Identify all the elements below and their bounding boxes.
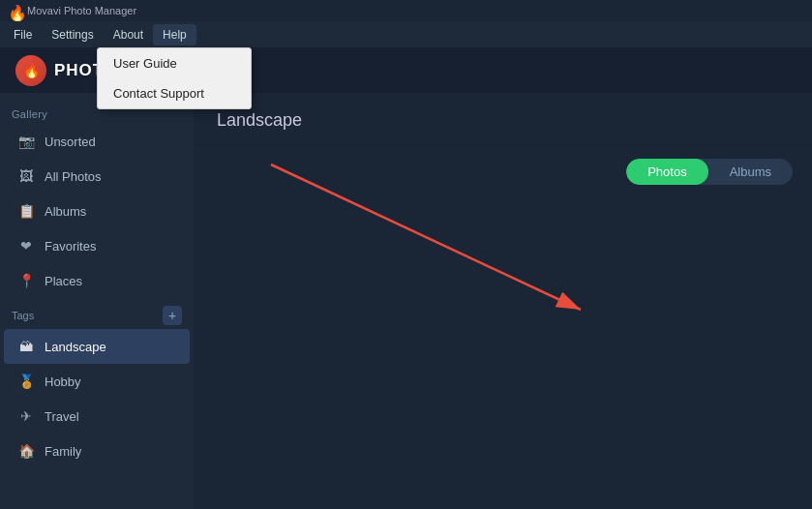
sidebar-item-label-travel: Travel (45, 409, 79, 424)
content-title: Landscape (194, 93, 812, 145)
help-dropdown: User Guide Contact Support (97, 47, 252, 109)
menu-bar: File Settings About Help User Guide Cont… (0, 21, 812, 48)
sidebar-item-hobby[interactable]: 🏅 Hobby (4, 364, 190, 399)
tags-header: Tags + (0, 298, 194, 329)
sidebar-item-label-family: Family (45, 444, 81, 459)
sidebar-item-label-albums: Albums (45, 204, 86, 219)
albums-icon: 📋 (17, 202, 35, 220)
content-body: Photos Albums (194, 145, 812, 509)
sidebar-item-places[interactable]: 📍 Places (4, 263, 190, 298)
tags-label: Tags (12, 310, 34, 321)
sidebar-item-label-hobby: Hobby (45, 374, 81, 389)
sidebar-item-unsorted[interactable]: 📷 Unsorted (4, 124, 190, 159)
toggle-group: Photos Albums (626, 159, 793, 185)
menu-help[interactable]: Help (153, 24, 196, 45)
favorites-icon: ❤ (17, 237, 35, 254)
sidebar-item-label-landscape: Landscape (45, 340, 106, 354)
sidebar-item-travel[interactable]: ✈ Travel (4, 399, 190, 434)
places-icon: 📍 (17, 272, 35, 289)
sidebar-item-family[interactable]: 🏠 Family (4, 434, 190, 468)
content-area: Landscape Photos Albums (194, 93, 812, 509)
toggle-bar: Photos Albums (194, 145, 812, 198)
arrow-annotation (194, 145, 812, 509)
sidebar-item-label-places: Places (45, 274, 82, 288)
sidebar-item-albums[interactable]: 📋 Albums (4, 194, 190, 228)
menu-about[interactable]: About (104, 24, 153, 45)
main-layout: Gallery 📷 Unsorted 🖼 All Photos 📋 Albums… (0, 93, 812, 509)
title-bar: 🔥 Movavi Photo Manager (0, 0, 812, 21)
sidebar-item-landscape[interactable]: 🏔 Landscape (4, 329, 190, 364)
toggle-albums-button[interactable]: Albums (708, 159, 793, 185)
title-bar-text: Movavi Photo Manager (27, 5, 136, 16)
sidebar-item-label-favorites: Favorites (45, 239, 96, 254)
family-icon: 🏠 (17, 442, 35, 460)
hobby-icon: 🏅 (17, 373, 35, 390)
sidebar-item-label-unsorted: Unsorted (45, 135, 96, 149)
travel-icon: ✈ (17, 407, 35, 425)
dropdown-user-guide[interactable]: User Guide (98, 48, 251, 78)
app-logo: 🔥 (15, 55, 46, 86)
menu-settings[interactable]: Settings (42, 24, 103, 45)
toggle-photos-button[interactable]: Photos (626, 159, 707, 185)
add-tag-button[interactable]: + (163, 306, 182, 325)
sidebar-item-all-photos[interactable]: 🖼 All Photos (4, 159, 190, 194)
dropdown-contact-support[interactable]: Contact Support (98, 78, 251, 108)
sidebar: Gallery 📷 Unsorted 🖼 All Photos 📋 Albums… (0, 93, 194, 509)
menu-file[interactable]: File (4, 24, 42, 45)
landscape-icon: 🏔 (17, 338, 35, 355)
all-photos-icon: 🖼 (17, 167, 35, 185)
app-icon: 🔥 (8, 4, 21, 17)
sidebar-item-label-all-photos: All Photos (45, 169, 102, 184)
sidebar-item-favorites[interactable]: ❤ Favorites (4, 228, 190, 263)
unsorted-icon: 📷 (17, 133, 35, 150)
